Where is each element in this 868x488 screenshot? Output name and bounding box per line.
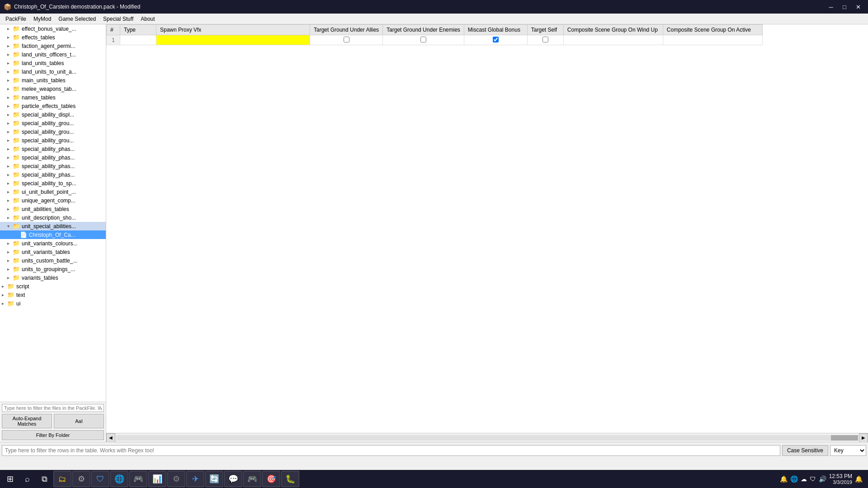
tree-folder-item[interactable]: ▸📁land_units_officers_t... bbox=[0, 50, 106, 59]
cell-miscast[interactable] bbox=[464, 35, 527, 45]
tree-folder-item[interactable]: ▸📁effects_tables bbox=[0, 33, 106, 42]
scroll-thumb[interactable] bbox=[831, 435, 858, 441]
cloud-icon[interactable]: ☁ bbox=[801, 475, 807, 483]
menu-about[interactable]: About bbox=[137, 15, 158, 23]
menu-special-stuff[interactable]: Special Stuff bbox=[99, 15, 137, 23]
network-icon[interactable]: 🌐 bbox=[790, 475, 798, 483]
tree-folder-item[interactable]: ▸📁ui bbox=[0, 299, 106, 308]
checkbox-target-self[interactable] bbox=[542, 37, 548, 42]
bug-btn[interactable]: 🐛 bbox=[281, 471, 299, 487]
tree-file-item[interactable]: 📄Christoph_Of_Ca... bbox=[0, 230, 106, 239]
auto-expand-button[interactable]: Auto-Expand Matches bbox=[2, 414, 52, 428]
tree-arrow: ▸ bbox=[7, 103, 13, 108]
scroll-right-button[interactable]: ▶ bbox=[859, 433, 868, 442]
tree-folder-item[interactable]: ▸📁effect_bonus_value_... bbox=[0, 24, 106, 33]
filter-by-folder-button[interactable]: Filter By Folder bbox=[2, 430, 104, 440]
tree-folder-item[interactable]: ▸📁units_to_groupings_... bbox=[0, 265, 106, 273]
tree-folder-item[interactable]: ▸📁unit_abilities_tables bbox=[0, 205, 106, 213]
tree-label: text bbox=[16, 292, 25, 298]
col-header-target-self: Target Self bbox=[527, 25, 563, 35]
volume-icon[interactable]: 🔊 bbox=[819, 475, 826, 483]
notification-icon[interactable]: 🔔 bbox=[780, 475, 788, 483]
tree-folder-item[interactable]: ▸📁melee_weapons_tab... bbox=[0, 84, 106, 93]
browser-btn[interactable]: 🌐 bbox=[110, 471, 128, 487]
minimize-button[interactable]: ─ bbox=[825, 2, 837, 12]
tree-folder-item[interactable]: ▸📁text bbox=[0, 291, 106, 299]
checkbox-miscast[interactable] bbox=[493, 37, 499, 42]
menu-packfile[interactable]: PackFile bbox=[2, 15, 30, 23]
tree-folder-item[interactable]: ▸📁unique_agent_comp... bbox=[0, 196, 106, 205]
excel-btn[interactable]: 📊 bbox=[148, 471, 166, 487]
close-button[interactable]: ✕ bbox=[852, 2, 864, 12]
sync-btn[interactable]: 🔄 bbox=[205, 471, 223, 487]
plane-btn[interactable]: ✈ bbox=[186, 471, 204, 487]
tree-label: units_custom_battle_... bbox=[22, 258, 77, 264]
file-explorer-btn[interactable]: 🗂 bbox=[53, 471, 71, 487]
tree-folder-item[interactable]: ▸📁special_ability_grou... bbox=[0, 119, 106, 127]
scroll-left-button[interactable]: ◀ bbox=[106, 433, 115, 442]
tree-folder-item[interactable]: ▸📁ui_unit_bullet_point_... bbox=[0, 188, 106, 196]
security-icon[interactable]: 🛡 bbox=[810, 475, 816, 483]
tree-arrow: ▸ bbox=[7, 172, 13, 177]
tree-folder-item[interactable]: ▸📁particle_effects_tables bbox=[0, 102, 106, 110]
tree-folder-item[interactable]: ▸📁special_ability_phas... bbox=[0, 145, 106, 153]
task-view-icon: ⧉ bbox=[42, 474, 47, 484]
menu-mymod[interactable]: MyMod bbox=[30, 15, 55, 23]
tree-folder-item[interactable]: ▸📁special_ability_phas... bbox=[0, 170, 106, 179]
tree-folder-item[interactable]: ▸📁land_units_to_unit_a... bbox=[0, 67, 106, 76]
notifications-bell[interactable]: 🔔 bbox=[855, 475, 863, 483]
checkbox-target-allies[interactable] bbox=[344, 37, 349, 42]
warhammer-btn[interactable]: 🎮 bbox=[129, 471, 147, 487]
tree-folder-item[interactable]: ▸📁special_ability_grou... bbox=[0, 136, 106, 145]
discord-btn[interactable]: 🎮 bbox=[243, 471, 261, 487]
tree-folder-item[interactable]: ▸📁land_units_tables bbox=[0, 59, 106, 67]
tree-folder-item[interactable]: ▸📁variants_tables bbox=[0, 273, 106, 282]
tree-folder-item[interactable]: ▸📁faction_agent_permi... bbox=[0, 42, 106, 50]
excel-icon: 📊 bbox=[152, 474, 162, 484]
menu-game-selected[interactable]: Game Selected bbox=[55, 15, 99, 23]
scroll-track[interactable] bbox=[116, 435, 858, 441]
tree-arrow: ▸ bbox=[7, 121, 13, 126]
folder-icon: 📁 bbox=[7, 300, 14, 307]
tree-folder-item[interactable]: ▸📁units_custom_battle_... bbox=[0, 256, 106, 265]
start-button[interactable]: ⊞ bbox=[2, 471, 18, 487]
tree-label: melee_weapons_tab... bbox=[22, 86, 76, 92]
tree-folder-item[interactable]: ▸📁unit_variants_colours... bbox=[0, 239, 106, 248]
clock: 12:53 PM 3/3/2019 bbox=[829, 473, 852, 485]
tree-label: special_ability_phas... bbox=[22, 163, 75, 169]
key-select[interactable]: Key Value bbox=[830, 445, 866, 456]
tree-label: unit_special_abilities... bbox=[22, 223, 76, 230]
search-button[interactable]: ⌕ bbox=[19, 471, 35, 487]
folder-icon: 📁 bbox=[13, 266, 20, 272]
table-filter-input[interactable] bbox=[2, 445, 780, 456]
tree-folder-item[interactable]: ▸📁special_ability_phas... bbox=[0, 153, 106, 162]
gear-btn[interactable]: ⚙ bbox=[167, 471, 185, 487]
settings-app-btn[interactable]: ⚙ bbox=[72, 471, 90, 487]
cell-target-allies[interactable] bbox=[310, 35, 383, 45]
tree-folder-item[interactable]: ▸📁unit_variants_tables bbox=[0, 248, 106, 256]
tree-folder-item[interactable]: ▸📁special_ability_displ... bbox=[0, 110, 106, 119]
sidebar-filter-input[interactable] bbox=[2, 404, 104, 412]
case-sensitive-button[interactable]: Case Sensitive bbox=[782, 445, 828, 456]
checkbox-target-enemies[interactable] bbox=[420, 37, 426, 42]
tree-arrow: ▸ bbox=[2, 284, 7, 289]
tree-folder-item[interactable]: ▸📁special_ability_to_sp... bbox=[0, 179, 106, 188]
cell-spawn-proxy[interactable] bbox=[156, 35, 310, 45]
maximize-button[interactable]: □ bbox=[838, 2, 851, 12]
tree-folder-item[interactable]: ▸📁special_ability_phas... bbox=[0, 162, 106, 170]
horizontal-scrollbar[interactable]: ◀ ▶ bbox=[106, 433, 868, 442]
cell-target-enemies[interactable] bbox=[383, 35, 464, 45]
task-view-button[interactable]: ⧉ bbox=[36, 471, 52, 487]
windows-icon: ⊞ bbox=[7, 474, 14, 484]
cell-target-self[interactable] bbox=[527, 35, 563, 45]
steam-btn[interactable]: 🎯 bbox=[262, 471, 280, 487]
aa-button[interactable]: AaI bbox=[54, 414, 104, 428]
tree-folder-item[interactable]: ▸📁script bbox=[0, 282, 106, 291]
tree-folder-item[interactable]: ▸📁names_tables bbox=[0, 93, 106, 102]
tree-folder-item[interactable]: ▸📁unit_description_sho... bbox=[0, 213, 106, 222]
tree-folder-item[interactable]: ▸📁main_units_tables bbox=[0, 76, 106, 84]
tree-folder-item[interactable]: ▸📁special_ability_grou... bbox=[0, 127, 106, 136]
tree-folder-item[interactable]: ▾📁unit_special_abilities... bbox=[0, 222, 106, 230]
shield-app-btn[interactable]: 🛡 bbox=[91, 471, 109, 487]
chat-btn[interactable]: 💬 bbox=[224, 471, 242, 487]
